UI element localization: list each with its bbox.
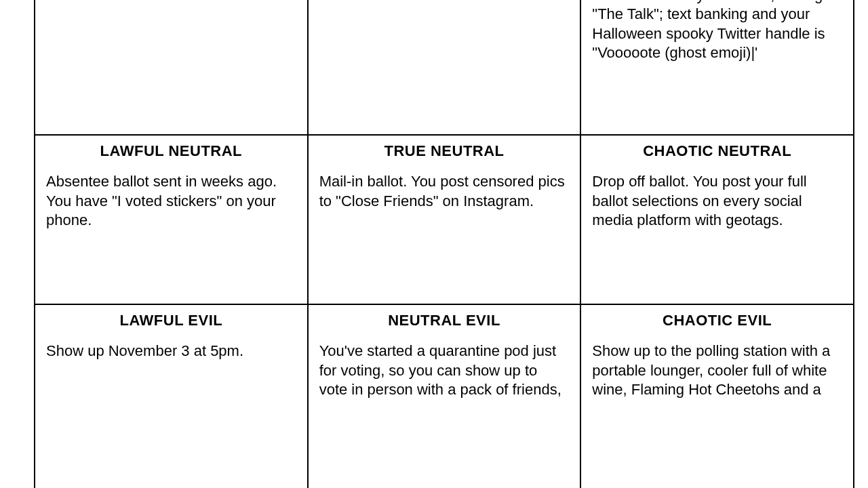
cell-title: NEUTRAL EVIL xyxy=(319,312,570,329)
cell-body: Absentee ballot sent in weeks ago. You h… xyxy=(46,172,296,230)
cell-title: LAWFUL EVIL xyxy=(46,312,296,329)
cell-body: Mail-in ballot. Text banking swing state… xyxy=(319,0,570,5)
cell-body: Drop off ballot. You post your full ball… xyxy=(592,172,842,230)
cell-title: CHAOTIC NEUTRAL xyxy=(592,142,842,160)
cell-title: TRUE NEUTRAL xyxy=(319,142,570,160)
cell-body: Show up to the polling station with a po… xyxy=(592,342,842,400)
cell-chaotic-neutral: CHAOTIC NEUTRAL Drop off ballot. You pos… xyxy=(581,136,854,305)
cell-lawful-neutral: LAWFUL NEUTRAL Absentee ballot sent in w… xyxy=(35,136,309,305)
cell-lawful-good: LAWFUL GOOD Drop-off ballot. Blast on So… xyxy=(35,0,309,136)
cell-neutral-good: NEUTRAL GOOD Mail-in ballot. Text bankin… xyxy=(309,0,582,136)
cell-lawful-evil: LAWFUL EVIL Show up November 3 at 5pm. xyxy=(35,305,309,488)
cell-true-neutral: TRUE NEUTRAL Mail-in ballot. You post ce… xyxy=(309,136,582,305)
cell-body: Mail-in ballot. You post censored pics t… xyxy=(319,172,570,211)
alignment-grid: LAWFUL GOOD Drop-off ballot. Blast on So… xyxy=(34,0,854,488)
cell-body: Show up November 3 at 5pm. xyxy=(46,342,296,361)
cell-body: You've started a quarantine pod just for… xyxy=(319,342,570,400)
cell-neutral-evil: NEUTRAL EVIL You've started a quarantine… xyxy=(309,305,582,488)
cell-title: CHAOTIC EVIL xyxy=(592,312,842,329)
cell-title: LAWFUL NEUTRAL xyxy=(46,142,296,160)
cell-body: You're handwriting letters. Calling all … xyxy=(592,0,842,63)
cell-chaotic-good: CHAOTIC GOOD You're handwriting letters.… xyxy=(581,0,854,136)
cell-chaotic-evil: CHAOTIC EVIL Show up to the polling stat… xyxy=(581,305,854,488)
